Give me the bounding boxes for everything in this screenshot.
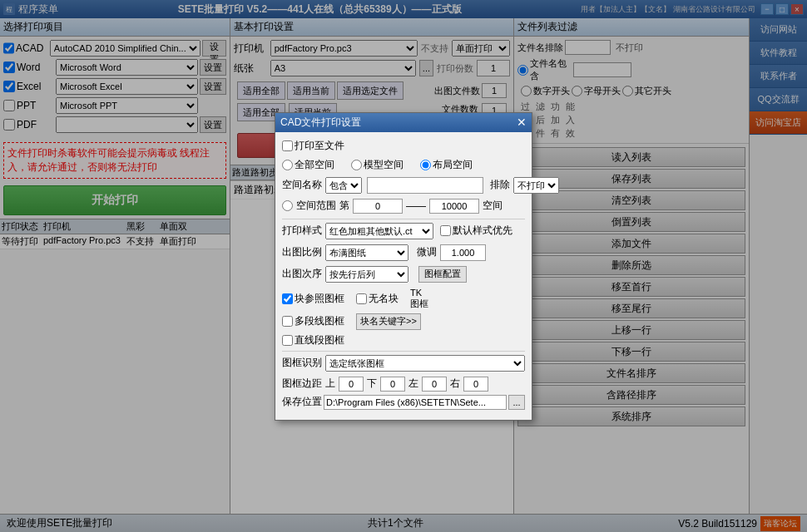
modal-close-button[interactable]: ✕ [517,116,527,129]
multiline-row: 多段线图框 块名关键字>> [282,313,525,330]
border-left-input[interactable] [422,377,447,392]
space-name-select[interactable]: 包含 [325,177,362,194]
space-range-label: 空间范围 [296,199,336,213]
space-range-radio[interactable] [282,200,293,211]
default-first-checkbox[interactable] [440,225,451,236]
print-style-label: 打印样式 [282,224,322,238]
fine-tune-input[interactable] [440,244,486,261]
multiline-checkbox[interactable] [282,316,293,327]
order-select[interactable]: 按先行后列 [325,266,408,283]
exclude-select[interactable]: 不打印 [513,177,559,194]
straight-line-label[interactable]: 直线段图框 [282,333,344,347]
nth-label: 第 [339,199,349,213]
print-to-file-text: 打印至文件 [295,139,344,153]
tk-frame-label: TK图框 [410,288,428,310]
no-block-text: 无名块 [369,292,399,306]
modal-title: CAD文件打印设置 [280,116,361,130]
left-label: 左 [408,377,418,391]
model-space-option[interactable]: 模型空间 [351,158,404,172]
all-space-option[interactable]: 全部空间 [282,158,334,172]
range-unit: 空间 [483,199,503,213]
frame-border-label: 图框边距 [282,377,322,391]
space-name-label: 空间名称 [282,178,322,192]
straight-line-checkbox[interactable] [282,335,293,346]
order-row: 出图次序 按先行后列 图框配置 [282,266,525,283]
save-path-row: 保存位置 ... [282,395,525,410]
layout-space-option[interactable]: 布局空间 [420,158,473,172]
frame-id-label: 图框识别 [282,356,322,370]
border-right-input[interactable] [463,377,488,392]
frame-id-row: 图框识别 选定纸张图框 [282,355,525,372]
border-top-input[interactable] [339,377,364,392]
cad-print-settings-modal: CAD文件打印设置 ✕ 打印至文件 全部空间 模型空间 布局空间 [275,112,532,421]
range-from-input[interactable] [353,199,403,214]
range-to-input[interactable] [429,199,479,214]
modal-title-bar: CAD文件打印设置 ✕ [275,113,532,132]
print-style-select[interactable]: 红色加粗其他默认.ct [325,223,433,239]
frame-config-button[interactable]: 图框配置 [418,266,467,283]
print-style-row: 打印样式 红色加粗其他默认.ct 默认样式优先 [282,223,525,239]
print-to-file-label[interactable]: 打印至文件 [282,139,344,153]
space-name-input[interactable] [367,177,483,194]
border-bottom-input[interactable] [380,377,405,392]
right-label: 右 [450,377,460,391]
multiline-label[interactable]: 多段线图框 [282,314,344,328]
block-ref-text: 块参照图框 [295,292,344,306]
fine-tune-label: 微调 [417,245,437,259]
block-ref-row: 块参照图框 无名块 TK图框 [282,288,525,310]
scale-row: 出图比例 布满图纸 微调 [282,244,525,261]
save-path-label: 保存位置 [282,395,322,409]
default-first-text: 默认样式优先 [453,224,512,238]
space-options-row: 全部空间 模型空间 布局空间 [282,158,525,172]
scale-label: 出图比例 [282,245,322,259]
exclude-label: 排除 [490,178,510,192]
print-to-file-row: 打印至文件 [282,139,525,153]
frame-border-row: 图框边距 上 下 左 右 [282,377,525,392]
no-block-checkbox[interactable] [356,293,367,304]
bottom-label: 下 [367,377,377,391]
modal-content: 打印至文件 全部空间 模型空间 布局空间 空间名称 包含 排除 不打印 [275,132,532,420]
order-label: 出图次序 [282,267,322,281]
save-path-browse-button[interactable]: ... [508,395,525,410]
modal-overlay: CAD文件打印设置 ✕ 打印至文件 全部空间 模型空间 布局空间 [0,0,807,532]
straight-line-text: 直线段图框 [295,333,344,347]
straight-line-row: 直线段图框 [282,333,525,347]
range-separator: —— [406,200,426,212]
save-path-input[interactable] [324,395,507,410]
top-label: 上 [325,377,335,391]
space-range-row: 空间范围 第 —— 空间 [282,199,525,214]
block-ref-checkbox[interactable] [282,293,293,304]
scale-select[interactable]: 布满图纸 [325,244,408,261]
no-block-label[interactable]: 无名块 [356,292,399,306]
default-first-label[interactable]: 默认样式优先 [440,224,512,238]
print-to-file-checkbox[interactable] [282,140,293,151]
space-name-row: 空间名称 包含 排除 不打印 [282,177,525,194]
multiline-text: 多段线图框 [295,314,344,328]
block-keyword-button[interactable]: 块名关键字>> [356,313,421,330]
frame-id-select[interactable]: 选定纸张图框 [325,355,525,372]
block-ref-label[interactable]: 块参照图框 [282,292,344,306]
